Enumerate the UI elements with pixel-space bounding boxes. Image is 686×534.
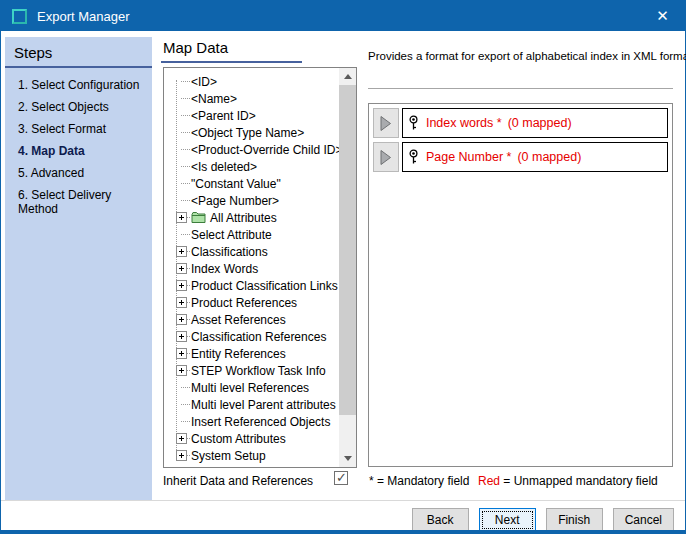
tree-item-label: Select Attribute bbox=[191, 228, 272, 242]
tree-item-label: Classification References bbox=[191, 330, 326, 344]
app-icon bbox=[12, 9, 27, 24]
export-manager-dialog: Export Manager ✕ Steps 1. Select Configu… bbox=[0, 0, 686, 534]
tree-item-label: STEP Workflow Task Info bbox=[191, 364, 326, 378]
tree-item-label: <Page Number> bbox=[191, 194, 279, 208]
page-title: Map Data bbox=[163, 39, 228, 56]
tree-item[interactable]: <Product-Override Child ID> bbox=[169, 141, 339, 158]
sidebar-step-2: 2. Select Objects bbox=[5, 96, 152, 118]
footer-separator bbox=[1, 500, 685, 501]
format-description: Provides a format for export of alphabet… bbox=[368, 50, 686, 62]
mapping-row: Index words *(0 mapped) bbox=[373, 108, 668, 138]
map-arrow-button[interactable] bbox=[373, 142, 399, 172]
legend-red-word: Red bbox=[478, 474, 500, 488]
tree-item-label: <Is deleted> bbox=[191, 160, 257, 174]
tree-item[interactable]: Product Classification Links bbox=[169, 277, 339, 294]
legend-mandatory: * = Mandatory field bbox=[369, 474, 469, 488]
steps-list: 1. Select Configuration2. Select Objects… bbox=[5, 68, 152, 220]
tree-content: <ID><Name><Parent ID><Object Type Name><… bbox=[164, 68, 339, 467]
mapping-target-field[interactable]: Page Number *(0 mapped) bbox=[402, 142, 668, 172]
titlebar: Export Manager ✕ bbox=[1, 1, 685, 31]
window-title: Export Manager bbox=[37, 9, 130, 24]
right-triangle-icon bbox=[379, 149, 392, 166]
tree-item-label: <ID> bbox=[191, 75, 217, 89]
expand-plus-icon[interactable] bbox=[176, 212, 187, 223]
expand-plus-icon[interactable] bbox=[176, 450, 187, 461]
tree-item-label: Product References bbox=[191, 296, 297, 310]
expand-plus-icon[interactable] bbox=[176, 433, 187, 444]
tree-item[interactable]: <Object Type Name> bbox=[169, 124, 339, 141]
tree-item[interactable]: Product References bbox=[169, 294, 339, 311]
expand-plus-icon[interactable] bbox=[176, 297, 187, 308]
tree-item[interactable]: Classifications bbox=[169, 243, 339, 260]
next-button[interactable]: Next bbox=[479, 508, 536, 532]
tree-item[interactable]: Entity References bbox=[169, 345, 339, 362]
tree-item[interactable]: Asset References bbox=[169, 311, 339, 328]
cancel-button[interactable]: Cancel bbox=[613, 508, 674, 532]
tree-item[interactable]: <Is deleted> bbox=[169, 158, 339, 175]
expand-plus-icon[interactable] bbox=[176, 246, 187, 257]
tree-item[interactable]: <Name> bbox=[169, 90, 339, 107]
tree-item-label: <Object Type Name> bbox=[191, 126, 304, 140]
mapping-panel: Index words *(0 mapped)Page Number *(0 m… bbox=[368, 103, 673, 467]
sidebar-step-4: 4. Map Data bbox=[5, 140, 152, 162]
tree-item-label: "Constant Value" bbox=[191, 177, 281, 191]
tree-item[interactable]: Multi level Parent attributes bbox=[169, 396, 339, 413]
tree-item[interactable]: <Page Number> bbox=[169, 192, 339, 209]
expand-plus-icon[interactable] bbox=[176, 263, 187, 274]
tree-item[interactable]: Insert Referenced Objects bbox=[169, 413, 339, 430]
expand-plus-icon[interactable] bbox=[176, 280, 187, 291]
tree-item-label: Asset References bbox=[191, 313, 286, 327]
tree-item[interactable]: <Parent ID> bbox=[169, 107, 339, 124]
inherit-data-label: Inherit Data and References bbox=[163, 474, 313, 488]
dialog-body: Steps 1. Select Configuration2. Select O… bbox=[1, 31, 685, 530]
tree-item-label: System Setup bbox=[191, 449, 266, 463]
tree-item-label: Multi level References bbox=[191, 381, 309, 395]
back-button[interactable]: Back bbox=[412, 508, 469, 532]
scroll-down-icon[interactable] bbox=[339, 450, 356, 467]
finish-button[interactable]: Finish bbox=[546, 508, 603, 532]
tree-item[interactable]: System Setup bbox=[169, 447, 339, 464]
footer-buttons: BackNextFinishCancel bbox=[412, 508, 674, 532]
mapping-field-text: Page Number *(0 mapped) bbox=[426, 150, 581, 164]
mapping-target-field[interactable]: Index words *(0 mapped) bbox=[402, 108, 668, 138]
tree-item[interactable]: Index Words bbox=[169, 260, 339, 277]
close-icon[interactable]: ✕ bbox=[640, 1, 685, 31]
tree-item-label: <Name> bbox=[191, 92, 237, 106]
map-data-tree: <ID><Name><Parent ID><Object Type Name><… bbox=[163, 67, 357, 468]
tree-item-label: Classifications bbox=[191, 245, 268, 259]
tree-item[interactable]: "Constant Value" bbox=[169, 175, 339, 192]
legend-red-rest: = Unmapped mandatory field bbox=[500, 474, 658, 488]
window-bottom-border bbox=[1, 530, 685, 533]
map-arrow-button[interactable] bbox=[373, 108, 399, 138]
expand-plus-icon[interactable] bbox=[176, 331, 187, 342]
key-icon bbox=[408, 149, 419, 165]
tree-item-label: <Product-Override Child ID> bbox=[191, 143, 339, 157]
mapping-row: Page Number *(0 mapped) bbox=[373, 142, 668, 172]
expand-plus-icon[interactable] bbox=[176, 365, 187, 376]
tree-item-label: Custom Attributes bbox=[191, 432, 286, 446]
tree-item[interactable]: Custom Attributes bbox=[169, 430, 339, 447]
tree-item-label: All Attributes bbox=[210, 211, 277, 225]
tree-item-label: Index Words bbox=[191, 262, 258, 276]
sidebar-step-3: 3. Select Format bbox=[5, 118, 152, 140]
tree-item-label: Multi level Parent attributes bbox=[191, 398, 336, 412]
tree-item[interactable]: Select Attribute bbox=[169, 226, 339, 243]
sidebar-step-1: 1. Select Configuration bbox=[5, 74, 152, 96]
folder-icon bbox=[191, 211, 206, 224]
tree-scrollbar[interactable] bbox=[339, 68, 356, 467]
inherit-data-checkbox[interactable] bbox=[334, 471, 348, 485]
page-title-underline bbox=[161, 61, 302, 63]
key-icon bbox=[408, 115, 419, 131]
tree-item[interactable]: All Attributes bbox=[169, 209, 339, 226]
legend-unmapped: Red = Unmapped mandatory field bbox=[478, 474, 658, 488]
tree-item[interactable]: STEP Workflow Task Info bbox=[169, 362, 339, 379]
scrollbar-thumb[interactable] bbox=[339, 85, 356, 415]
tree-item[interactable]: Multi level References bbox=[169, 379, 339, 396]
tree-item-label: Entity References bbox=[191, 347, 286, 361]
tree-item[interactable]: <ID> bbox=[169, 73, 339, 90]
scroll-up-icon[interactable] bbox=[339, 68, 356, 85]
expand-plus-icon[interactable] bbox=[176, 314, 187, 325]
sidebar-step-6: 6. Select Delivery Method bbox=[5, 184, 152, 220]
tree-item[interactable]: Classification References bbox=[169, 328, 339, 345]
expand-plus-icon[interactable] bbox=[176, 348, 187, 359]
